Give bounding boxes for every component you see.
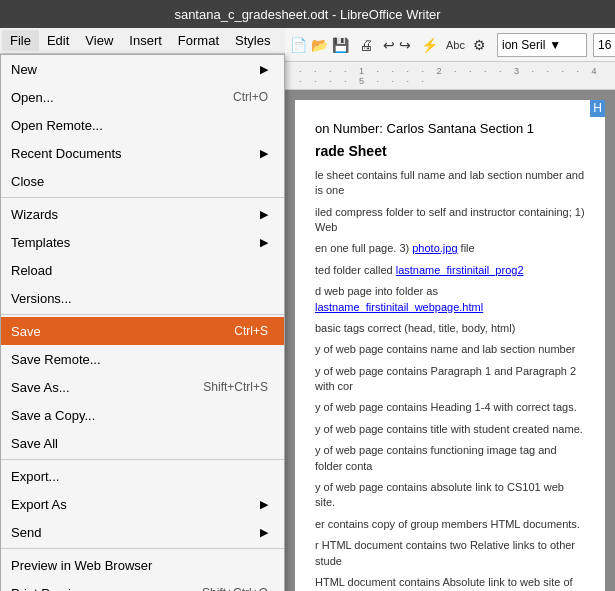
doc-subheading: rade Sheet (315, 142, 585, 162)
menu-item-send[interactable]: Send ▶ (1, 518, 284, 546)
doc-para-9: y of web page contains Heading 1-4 with … (315, 400, 585, 415)
doc-para-2: iled compress folder to self and instruc… (315, 205, 585, 236)
font-dropdown-icon[interactable]: ▼ (549, 38, 561, 52)
menu-item-templates[interactable]: Templates ▶ (1, 228, 284, 256)
save-shortcut: Ctrl+S (204, 324, 268, 338)
sep-after-versions (1, 314, 284, 315)
open-btn[interactable]: 📂 (310, 31, 329, 59)
send-arrow: ▶ (260, 526, 268, 539)
menu-item-open[interactable]: Open... Ctrl+O (1, 83, 284, 111)
doc-para-14: r HTML document contains two Relative li… (315, 538, 585, 569)
doc-para-3: en one full page. 3) photo.jpg file (315, 241, 585, 256)
menu-item-export[interactable]: Export... (1, 462, 284, 490)
menu-item-save-all[interactable]: Save All (1, 429, 284, 457)
menu-item-wizards[interactable]: Wizards ▶ (1, 200, 284, 228)
menu-item-recent-label: Recent Documents (11, 146, 122, 161)
doc-link-photo[interactable]: photo.jpg (412, 242, 457, 254)
menu-item-open-label: Open... (11, 90, 54, 105)
doc-para-6: basic tags correct (head, title, body, h… (315, 321, 585, 336)
menu-item-reload-label: Reload (11, 263, 52, 278)
abc-btn[interactable]: Abc (441, 31, 470, 59)
font-name: ion Seril (502, 38, 545, 52)
menu-item-export-as-label: Export As (11, 497, 67, 512)
menu-item-new-label: New (11, 62, 37, 77)
sep-after-save-all (1, 459, 284, 460)
doc-para-15: HTML document contains Absolute link to … (315, 575, 585, 591)
menu-file[interactable]: File (2, 30, 39, 51)
doc-para-7: y of web page contains name and lab sect… (315, 342, 585, 357)
doc-para-13: er contains copy of group members HTML d… (315, 517, 585, 532)
doc-para-12: y of web page contains absolute link to … (315, 480, 585, 511)
menu-item-save-as[interactable]: Save As... Shift+Ctrl+S (1, 373, 284, 401)
sep-after-close (1, 197, 284, 198)
menu-styles[interactable]: Styles (227, 30, 278, 51)
menu-item-export-label: Export... (11, 469, 59, 484)
title-text: santana_c_gradesheet.odt - LibreOffice W… (174, 7, 440, 22)
new-arrow: ▶ (260, 63, 268, 76)
document-area: H on Number: Carlos Santana Section 1 ra… (285, 90, 615, 591)
menu-edit[interactable]: Edit (39, 30, 77, 51)
menu-item-save-all-label: Save All (11, 436, 58, 451)
menu-view[interactable]: View (77, 30, 121, 51)
menu-item-preview-web-label: Preview in Web Browser (11, 558, 152, 573)
doc-para-8: y of web page contains Paragraph 1 and P… (315, 364, 585, 395)
doc-para-4: ted folder called lastname_firstinitail_… (315, 263, 585, 278)
recent-arrow: ▶ (260, 147, 268, 160)
menu-item-send-label: Send (11, 525, 41, 540)
menu-item-close[interactable]: Close (1, 167, 284, 195)
menu-item-export-as[interactable]: Export As ▶ (1, 490, 284, 518)
menu-item-versions[interactable]: Versions... (1, 284, 284, 312)
file-menu-dropdown: New ▶ Open... Ctrl+O Open Remote... Rece… (0, 54, 285, 591)
menu-item-open-remote[interactable]: Open Remote... (1, 111, 284, 139)
menu-item-wizards-label: Wizards (11, 207, 58, 222)
menu-item-open-remote-label: Open Remote... (11, 118, 103, 133)
menu-item-reload[interactable]: Reload (1, 256, 284, 284)
doc-para-10: y of web page contains title with studen… (315, 422, 585, 437)
menu-item-new[interactable]: New ▶ (1, 55, 284, 83)
extra-btn[interactable]: ⚙ (472, 31, 487, 59)
menu-item-save[interactable]: Save Ctrl+S (1, 317, 284, 345)
menu-item-templates-label: Templates (11, 235, 70, 250)
title-bar: santana_c_gradesheet.odt - LibreOffice W… (0, 0, 615, 28)
save-as-shortcut: Shift+Ctrl+S (173, 380, 268, 394)
export-as-arrow: ▶ (260, 498, 268, 511)
doc-para-1: le sheet contains full name and lab sect… (315, 168, 585, 199)
menu-item-save-label: Save (11, 324, 41, 339)
sep-after-send (1, 548, 284, 549)
menu-format[interactable]: Format (170, 30, 227, 51)
ruler: · · · · 1 · · · · 2 · · · · 3 · · · · 4 … (285, 62, 615, 90)
menu-item-print-preview-label: Print Preview (11, 586, 88, 592)
menu-item-save-as-label: Save As... (11, 380, 70, 395)
doc-para-11: y of web page contains functioning image… (315, 443, 585, 474)
menu-item-save-copy[interactable]: Save a Copy... (1, 401, 284, 429)
menu-item-save-remote-label: Save Remote... (11, 352, 101, 367)
undo-btn[interactable]: ↩ (382, 31, 396, 59)
doc-link-webpage[interactable]: lastname_firstinitail_webpage.html (315, 301, 483, 313)
menu-insert[interactable]: Insert (121, 30, 170, 51)
menu-item-close-label: Close (11, 174, 44, 189)
font-size: 16 (598, 38, 611, 52)
menu-item-print-preview[interactable]: Print Preview Shift+Ctrl+O (1, 579, 284, 591)
toolbar: 📄 📂 💾 🖨 ↩ ↪ ⚡ Abc ⚙ ion Seril ▼ 16 ▼ a a… (285, 28, 615, 62)
ruler-marks: · · · · 1 · · · · 2 · · · · 3 · · · · 4 … (289, 66, 611, 86)
document-page: H on Number: Carlos Santana Section 1 ra… (295, 100, 605, 591)
menu-item-recent[interactable]: Recent Documents ▶ (1, 139, 284, 167)
menu-item-save-copy-label: Save a Copy... (11, 408, 95, 423)
redo-btn[interactable]: ↪ (398, 31, 412, 59)
doc-para-5: d web page into folder as lastname_first… (315, 284, 585, 315)
doc-heading: on Number: Carlos Santana Section 1 (315, 120, 585, 138)
print-preview-shortcut: Shift+Ctrl+O (172, 586, 268, 591)
spell-btn[interactable]: ⚡ (420, 31, 439, 59)
doc-link-folder[interactable]: lastname_firstinitail_prog2 (396, 264, 524, 276)
save-btn[interactable]: 💾 (331, 31, 350, 59)
wizards-arrow: ▶ (260, 208, 268, 221)
print-btn[interactable]: 🖨 (358, 31, 374, 59)
font-size-selector[interactable]: 16 ▼ (593, 33, 615, 57)
open-shortcut: Ctrl+O (203, 90, 268, 104)
menu-item-preview-web[interactable]: Preview in Web Browser (1, 551, 284, 579)
new-btn[interactable]: 📄 (289, 31, 308, 59)
menu-item-versions-label: Versions... (11, 291, 72, 306)
doc-highlight-badge: H (590, 100, 605, 117)
font-selector[interactable]: ion Seril ▼ (497, 33, 587, 57)
menu-item-save-remote[interactable]: Save Remote... (1, 345, 284, 373)
